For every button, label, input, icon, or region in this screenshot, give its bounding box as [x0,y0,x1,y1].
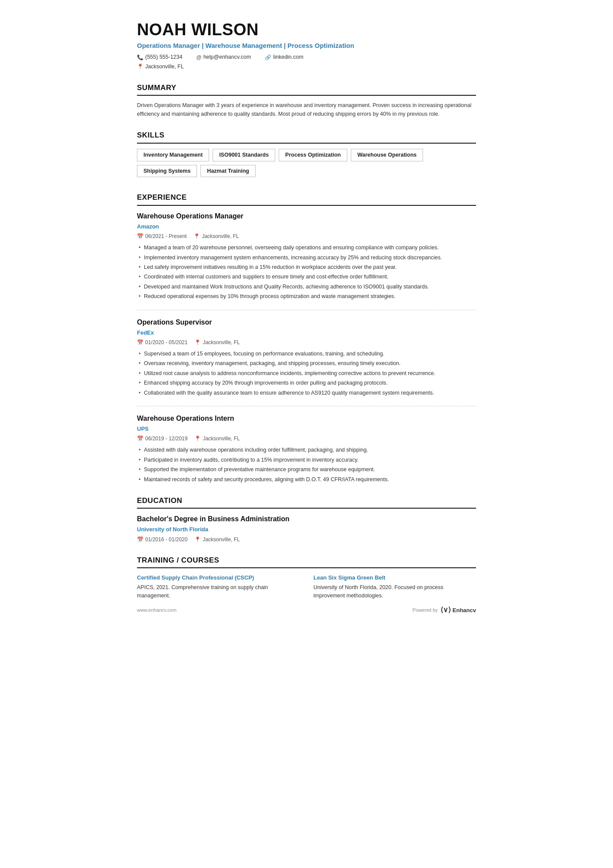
skills-grid: Inventory ManagementISO9001 StandardsPro… [137,149,476,181]
edu-date-item: 📅 01/2016 - 01/2020 [137,536,187,543]
bullet-item: Reduced operational expenses by 10% thro… [137,292,476,301]
enhancv-logo: ⟨∨⟩ Enhancv [440,605,476,615]
job-date: 06/2019 - 12/2019 [145,435,187,442]
bullet-list: Assisted with daily warehouse operations… [137,446,476,484]
phone-number: (555) 555-1234 [145,53,182,61]
job-title: Warehouse Operations Intern [137,413,476,424]
edu-location: Jacksonville, FL [203,536,240,543]
job-date: 01/2020 - 05/2021 [145,338,187,346]
job-date-item: 📅 06/2021 - Present [137,232,187,240]
bullet-item: Collaborated with the quality assurance … [137,389,476,397]
email-address: help@enhancv.com [203,53,251,61]
skill-tag: Shipping Systems [137,165,197,178]
skills-title: SKILLS [137,130,476,144]
edu-location-icon: 📍 [194,536,201,543]
education-section: EDUCATION Bachelor's Degree in Business … [137,495,476,543]
job-entry: Warehouse Operations Manager Amazon 📅 06… [137,211,476,301]
company-name: UPS [137,425,476,433]
job-title: Warehouse Operations Manager [137,211,476,221]
bullet-item: Maintained records of safety and securit… [137,476,476,484]
candidate-name: NOAH WILSON [137,21,476,39]
education-title: EDUCATION [137,495,476,509]
training-title: TRAINING / COURSES [137,555,476,569]
bullet-item: Developed and maintained Work Instructio… [137,283,476,291]
edu-date: 01/2016 - 01/2020 [145,536,187,543]
bullet-item: Assisted with daily warehouse operations… [137,446,476,454]
linkedin-icon: 🔗 [265,54,271,61]
calendar-icon: 📅 [137,536,143,543]
candidate-title: Operations Manager | Warehouse Managemen… [137,41,476,51]
summary-text: Driven Operations Manager with 3 years o… [137,101,476,118]
experience-title: EXPERIENCE [137,192,476,206]
training-item-title: Lean Six Sigma Green Belt [313,573,476,582]
job-separator [137,406,476,406]
edu-school: University of North Florida [137,525,476,534]
skill-tag: Hazmat Training [200,165,256,178]
job-location-item: 📍 Jacksonville, FL [193,232,239,240]
job-meta: 📅 06/2019 - 12/2019 📍 Jacksonville, FL [137,435,476,442]
job-date-item: 📅 06/2019 - 12/2019 [137,435,187,442]
location-text: Jacksonville, FL [145,63,184,71]
bullet-list: Supervised a team of 15 employees, focus… [137,350,476,397]
training-section: TRAINING / COURSES Certified Supply Chai… [137,555,476,600]
bullet-item: Enhanced shipping accuracy by 20% throug… [137,379,476,387]
powered-by-text: Powered by [413,607,438,614]
job-meta: 📅 01/2020 - 05/2021 📍 Jacksonville, FL [137,338,476,346]
bullet-item: Participated in inventory audits, contri… [137,456,476,464]
summary-section: SUMMARY Driven Operations Manager with 3… [137,82,476,119]
footer-brand: Powered by ⟨∨⟩ Enhancv [413,605,476,615]
job-entry: Operations Supervisor FedEx 📅 01/2020 - … [137,317,476,397]
bullet-item: Utilized root cause analysis to address … [137,369,476,378]
summary-title: SUMMARY [137,82,476,96]
skill-tag: Inventory Management [137,149,209,161]
skill-tag: ISO9001 Standards [213,149,275,161]
edu-meta: 📅 01/2016 - 01/2020 📍 Jacksonville, FL [137,536,476,543]
contact-line: 📞 (555) 555-1234 @ help@enhancv.com 🔗 li… [137,53,476,61]
job-location: Jacksonville, FL [203,338,240,346]
company-name: FedEx [137,328,476,337]
calendar-icon: 📅 [137,338,143,346]
job-title: Operations Supervisor [137,317,476,328]
bullet-item: Supported the implementation of preventa… [137,466,476,474]
page-footer: www.enhancv.com Powered by ⟨∨⟩ Enhancv [137,605,476,615]
enhancv-logo-icon: ⟨∨⟩ [440,605,451,615]
bullet-item: Coordinated with internal customers and … [137,273,476,281]
training-grid: Certified Supply Chain Professional (CSC… [137,573,476,600]
header: NOAH WILSON Operations Manager | Warehou… [137,21,476,71]
footer-website: www.enhancv.com [137,607,177,614]
training-item: Certified Supply Chain Professional (CSC… [137,573,300,600]
job-separator [137,310,476,310]
company-name: Amazon [137,222,476,231]
email-icon: @ [196,54,201,61]
edu-degree: Bachelor's Degree in Business Administra… [137,514,476,524]
linkedin-url: linkedin.com [273,53,303,61]
location-pin-icon: 📍 [194,338,201,346]
training-item-text: University of North Florida, 2020. Focus… [313,583,476,600]
job-location-item: 📍 Jacksonville, FL [194,338,240,346]
skills-section: SKILLS Inventory ManagementISO9001 Stand… [137,130,476,181]
location-pin-icon: 📍 [194,435,201,442]
job-date: 06/2021 - Present [145,232,187,240]
experience-section: EXPERIENCE Warehouse Operations Manager … [137,192,476,484]
phone-contact: 📞 (555) 555-1234 [137,53,182,61]
calendar-icon: 📅 [137,435,143,442]
bullet-list: Managed a team of 20 warehouse personnel… [137,244,476,301]
email-contact: @ help@enhancv.com [196,53,251,61]
bullet-item: Oversaw receiving, inventory management,… [137,359,476,368]
job-date-item: 📅 01/2020 - 05/2021 [137,338,187,346]
skill-tag: Warehouse Operations [351,149,423,161]
job-meta: 📅 06/2021 - Present 📍 Jacksonville, FL [137,232,476,240]
bullet-item: Led safety improvement initiatives resul… [137,263,476,271]
training-item-text: APICS, 2021. Comprehensive training on s… [137,583,300,600]
calendar-icon: 📅 [137,232,143,240]
edu-location-item: 📍 Jacksonville, FL [194,536,240,543]
location-pin-icon: 📍 [193,232,200,240]
bullet-item: Supervised a team of 15 employees, focus… [137,350,476,358]
job-location: Jacksonville, FL [203,435,240,442]
training-item: Lean Six Sigma Green Belt University of … [313,573,476,600]
location-icon: 📍 [137,63,143,70]
job-entry: Warehouse Operations Intern UPS 📅 06/201… [137,413,476,484]
bullet-item: Implemented inventory management system … [137,254,476,262]
linkedin-contact: 🔗 linkedin.com [265,53,303,61]
jobs-container: Warehouse Operations Manager Amazon 📅 06… [137,211,476,484]
